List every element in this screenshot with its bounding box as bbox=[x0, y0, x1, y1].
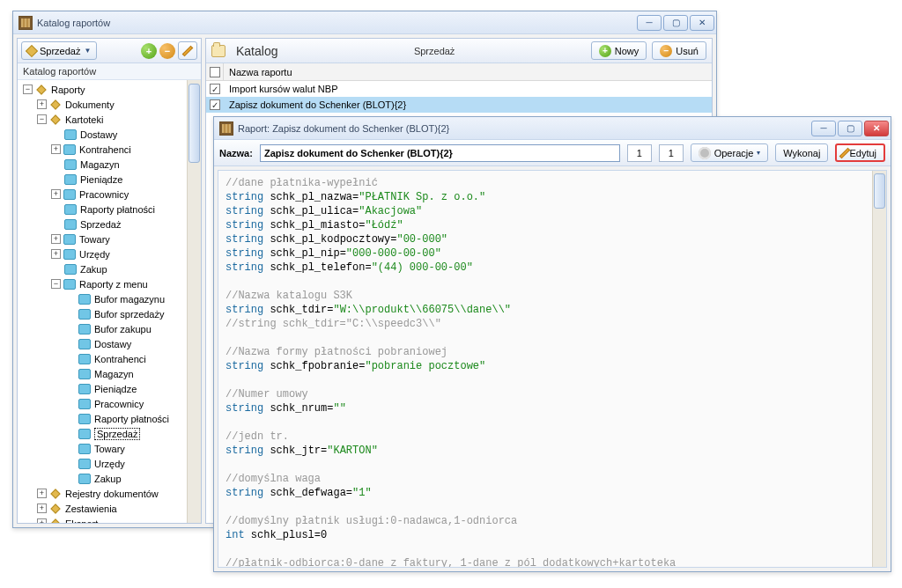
tree-item[interactable]: Magazyn bbox=[19, 366, 199, 381]
tree-item[interactable]: Sprzedaż bbox=[19, 426, 199, 441]
tree-item[interactable]: Pieniądze bbox=[19, 172, 199, 187]
tree-item[interactable]: Pracownicy bbox=[19, 396, 199, 411]
tree-item[interactable]: +Dokumenty bbox=[19, 97, 199, 112]
maximize-button[interactable]: ▢ bbox=[838, 121, 862, 136]
minus-icon: − bbox=[660, 45, 672, 57]
code-scrollbar[interactable] bbox=[872, 171, 886, 567]
minimize-button[interactable]: ─ bbox=[637, 15, 662, 31]
tree-item[interactable]: −Raporty z menu bbox=[19, 276, 199, 291]
tree-item[interactable]: Dostawy bbox=[19, 336, 199, 351]
folder-item-icon bbox=[64, 129, 77, 140]
folder-item-icon bbox=[78, 444, 91, 454]
new-button[interactable]: + Nowy bbox=[591, 41, 647, 60]
tree-item-label: Bufor magazynu bbox=[94, 294, 165, 305]
tree-item[interactable]: +Towary bbox=[19, 232, 199, 246]
tree-item[interactable]: +Rejestry dokumentów bbox=[19, 486, 199, 501]
report-tree[interactable]: −Raporty+Dokumenty−KartotekiDostawy+Kont… bbox=[18, 80, 201, 523]
tree-item[interactable]: +Kontrahenci bbox=[19, 142, 199, 157]
diamond-icon bbox=[36, 85, 46, 94]
tree-item[interactable]: +Eksport bbox=[19, 516, 199, 523]
diamond-icon bbox=[50, 99, 60, 109]
maximize-button[interactable]: ▢ bbox=[663, 15, 688, 31]
tree-item[interactable]: −Kartoteki bbox=[19, 112, 199, 127]
expand-toggle[interactable]: + bbox=[37, 518, 47, 523]
tree-item[interactable]: Raporty płatności bbox=[19, 411, 199, 426]
tree-item[interactable]: Kontrahenci bbox=[19, 351, 199, 366]
tree-item[interactable]: −Raporty bbox=[19, 82, 199, 97]
delete-button[interactable]: − Usuń bbox=[652, 41, 706, 60]
minimize-button[interactable]: ─ bbox=[811, 121, 836, 136]
scrollbar-thumb[interactable] bbox=[874, 173, 885, 209]
tree-item[interactable]: Zakup bbox=[19, 261, 199, 276]
tree-item[interactable]: Urzędy bbox=[19, 456, 199, 471]
new-label: Nowy bbox=[615, 46, 640, 56]
expand-toggle[interactable]: + bbox=[51, 189, 61, 199]
report-toolbar: Nazwa: 1 1 Operacje ▾ Wykonaj Edytuj bbox=[214, 140, 891, 166]
num-box-2[interactable]: 1 bbox=[659, 144, 684, 162]
tree-item[interactable]: +Zestawienia bbox=[19, 501, 199, 516]
tree-item[interactable]: Magazyn bbox=[19, 157, 199, 172]
main-title: Katalog raportów bbox=[37, 18, 637, 28]
report-titlebar[interactable]: Raport: Zapisz dokument do Schenker (BLO… bbox=[214, 117, 891, 140]
tree-item[interactable]: Bufor magazynu bbox=[19, 291, 199, 306]
row-checkbox[interactable]: ✓ bbox=[210, 84, 220, 94]
close-button[interactable]: ✕ bbox=[864, 121, 889, 136]
expand-toggle[interactable]: − bbox=[37, 114, 47, 124]
expand-toggle[interactable]: + bbox=[51, 144, 61, 154]
app-icon bbox=[219, 121, 233, 136]
expand-toggle[interactable]: − bbox=[23, 85, 33, 94]
tree-item[interactable]: Towary bbox=[19, 441, 199, 456]
operations-button[interactable]: Operacje ▾ bbox=[691, 143, 769, 162]
tree-item-label: Pracownicy bbox=[94, 399, 144, 409]
edit-button[interactable]: Edytuj bbox=[835, 143, 885, 162]
table-header: Nazwa raportu bbox=[206, 63, 712, 81]
scrollbar-thumb[interactable] bbox=[189, 84, 200, 163]
select-all-column[interactable] bbox=[206, 63, 224, 80]
plus-icon: + bbox=[599, 45, 611, 57]
expand-toggle[interactable]: + bbox=[37, 99, 47, 109]
tree-item[interactable]: Raporty płatności bbox=[19, 202, 199, 217]
expand-toggle[interactable]: + bbox=[37, 503, 47, 513]
tree-item-label: Zakup bbox=[80, 264, 107, 275]
tree-item[interactable]: Dostawy bbox=[19, 127, 199, 142]
tree-item-label: Raporty bbox=[51, 85, 85, 95]
add-button[interactable]: + bbox=[141, 43, 157, 59]
tree-item[interactable]: Pieniądze bbox=[19, 381, 199, 396]
tree-item[interactable]: Sprzedaż bbox=[19, 217, 199, 232]
num-box-1[interactable]: 1 bbox=[627, 144, 652, 162]
tree-item[interactable]: +Urzędy bbox=[19, 246, 199, 261]
delete-label: Usuń bbox=[676, 46, 699, 56]
tree-item[interactable]: Bufor zakupu bbox=[19, 321, 199, 336]
tree-item-label: Zakup bbox=[94, 474, 122, 484]
name-column-header[interactable]: Nazwa raportu bbox=[224, 67, 712, 77]
report-name-input[interactable] bbox=[260, 144, 620, 162]
expand-toggle[interactable]: + bbox=[51, 249, 61, 259]
folder-item-icon bbox=[78, 414, 91, 424]
tree-section-header: Katalog raportów bbox=[18, 63, 201, 80]
close-button[interactable]: ✕ bbox=[690, 15, 714, 31]
tree-scrollbar[interactable] bbox=[187, 80, 201, 523]
code-editor[interactable]: //dane płatnika-wypełnić string schk_pl_… bbox=[218, 170, 887, 568]
remove-button[interactable]: − bbox=[159, 43, 175, 59]
name-label: Nazwa: bbox=[219, 148, 253, 158]
expand-toggle[interactable]: + bbox=[51, 234, 61, 244]
selectall-checkbox[interactable] bbox=[210, 67, 220, 77]
category-dropdown[interactable]: Sprzedaż ▼ bbox=[21, 41, 97, 60]
expand-toggle[interactable]: + bbox=[37, 489, 47, 498]
folder-item-icon bbox=[64, 264, 77, 275]
expand-toggle[interactable]: − bbox=[51, 279, 61, 289]
table-row[interactable]: ✓Zapisz dokument do Schenker (BLOT){2} bbox=[206, 97, 712, 113]
tree-item-label: Zestawienia bbox=[65, 503, 117, 514]
main-titlebar[interactable]: Katalog raportów ─ ▢ ✕ bbox=[13, 11, 716, 34]
row-checkbox[interactable]: ✓ bbox=[210, 99, 220, 110]
tree-item[interactable]: +Pracownicy bbox=[19, 187, 199, 202]
edit-button[interactable] bbox=[178, 41, 197, 60]
tree-item-label: Eksport bbox=[65, 518, 98, 524]
tree-item[interactable]: Bufor sprzedaży bbox=[19, 306, 199, 321]
tree-item[interactable]: Zakup bbox=[19, 471, 199, 486]
table-row[interactable]: ✓Import kursów walut NBP bbox=[206, 81, 712, 97]
folder-item-icon bbox=[78, 354, 91, 364]
tree-item-label: Raporty płatności bbox=[80, 204, 155, 215]
execute-button[interactable]: Wykonaj bbox=[775, 143, 828, 162]
diamond-icon bbox=[50, 503, 60, 513]
